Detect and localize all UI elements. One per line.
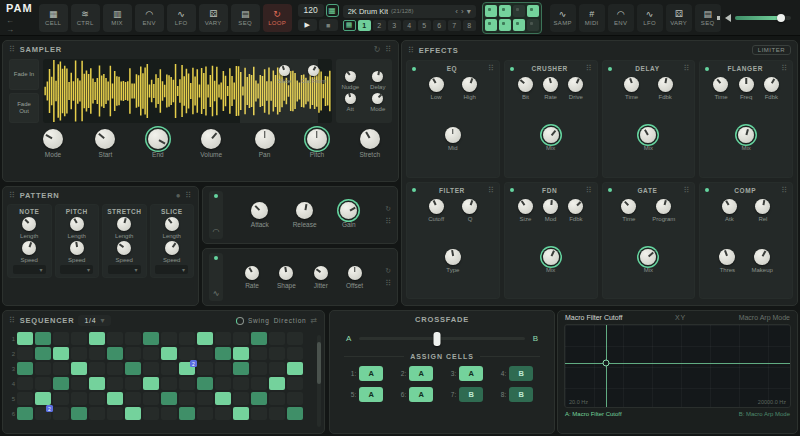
seq-cell-r5c2[interactable] [35, 392, 51, 405]
thres-knob[interactable] [719, 249, 735, 265]
seq-cell-r1c4[interactable] [71, 332, 87, 345]
seq-cell-r2c14[interactable] [251, 347, 267, 360]
seq-cell-r6c13[interactable] [233, 407, 249, 420]
seq-cell-r1c3[interactable] [53, 332, 69, 345]
nav-vary-button[interactable]: ⚄VARY [199, 4, 228, 32]
nav-ctrl-button[interactable]: ≋CTRL [71, 4, 100, 32]
cutoff-knob[interactable] [429, 199, 444, 214]
seq-cell-r2c15[interactable] [269, 347, 285, 360]
seq-cell-r4c15[interactable] [269, 377, 285, 390]
mode-env-button[interactable]: ◠ENV [608, 4, 634, 32]
play-button[interactable]: ▶ [298, 19, 317, 31]
speed-knob[interactable] [165, 241, 179, 255]
seq-cell-r1c10[interactable] [179, 332, 195, 345]
start-knob[interactable] [95, 129, 115, 149]
pattern-note-dropdown[interactable]: ▾ [13, 265, 46, 274]
refresh-icon[interactable]: ↻ [374, 45, 382, 54]
metronome-grid-icon[interactable]: ▦ [326, 4, 339, 17]
seq-cell-r4c4[interactable] [71, 377, 87, 390]
seq-cell-r3c16[interactable] [287, 362, 303, 375]
pad-7[interactable] [513, 19, 525, 31]
fdbk-knob[interactable] [658, 77, 673, 92]
nav-cell-button[interactable]: ▦CELL [39, 4, 68, 32]
seq-cell-r3c1[interactable] [17, 362, 33, 375]
xy-y-macro-label[interactable]: Macro Arp Mode [739, 314, 790, 321]
volume-slider[interactable] [735, 16, 791, 20]
step-6[interactable]: 6 [433, 20, 446, 31]
limiter-button[interactable]: LIMITER [752, 45, 791, 55]
drag-handle-icon[interactable]: ⠿ [9, 45, 16, 54]
mid-knob[interactable] [445, 127, 461, 143]
mode-knob[interactable] [43, 129, 63, 149]
assign-cell-8[interactable]: B [509, 387, 533, 402]
step-lead-icon[interactable]: ▦ [343, 20, 356, 31]
fade-out-button[interactable]: Fade Out [9, 93, 39, 124]
seq-cell-r5c14[interactable] [251, 392, 267, 405]
seq-cell-r3c7[interactable] [125, 362, 141, 375]
drag-handle-icon[interactable]: ⠿ [9, 316, 16, 325]
length-knob[interactable] [70, 217, 84, 231]
seq-cell-r1c6[interactable] [107, 332, 123, 345]
mix-knob[interactable] [543, 127, 559, 143]
seq-cell-r5c4[interactable] [71, 392, 87, 405]
preset-next-icon[interactable]: › [461, 7, 464, 16]
step-5[interactable]: 5 [418, 20, 431, 31]
seq-cell-r5c5[interactable] [89, 392, 105, 405]
seq-cell-r2c4[interactable] [71, 347, 87, 360]
seq-cell-r1c11[interactable] [197, 332, 213, 345]
seq-cell-r3c8[interactable] [143, 362, 159, 375]
mode-knob[interactable] [372, 93, 383, 104]
enable-dot[interactable] [608, 188, 612, 192]
step-7[interactable]: 7 [448, 20, 461, 31]
swing-icon[interactable] [236, 317, 244, 325]
refresh-icon[interactable]: ↻ [385, 205, 391, 213]
drag-handle-icon[interactable]: ⠿ [488, 186, 494, 195]
program-knob[interactable] [656, 199, 671, 214]
bpm-display[interactable]: 120 [298, 4, 324, 17]
seq-cell-r3c13[interactable] [233, 362, 249, 375]
atk-knob[interactable] [722, 199, 737, 214]
seq-cell-r1c16[interactable] [287, 332, 303, 345]
seq-cell-r3c5[interactable] [89, 362, 105, 375]
drag-handle-icon[interactable]: ⠿ [683, 186, 689, 195]
time-knob[interactable] [713, 77, 728, 92]
seq-cell-r5c7[interactable] [125, 392, 141, 405]
enable-dot[interactable] [412, 67, 416, 71]
enable-dot[interactable] [214, 256, 218, 260]
nav-seq-button[interactable]: ▤SEQ [231, 4, 260, 32]
seq-cell-r4c13[interactable] [233, 377, 249, 390]
seq-cell-r6c5[interactable] [89, 407, 105, 420]
rate-knob[interactable] [245, 266, 259, 280]
mode-lfo-button[interactable]: ∿LFO [637, 4, 663, 32]
seq-cell-r6c10[interactable] [179, 407, 195, 420]
seq-cell-r4c10[interactable] [179, 377, 195, 390]
waveform-display[interactable]: SliceCut From [43, 59, 332, 123]
seq-cell-r2c8[interactable] [143, 347, 159, 360]
seq-cell-r6c11[interactable] [197, 407, 213, 420]
type-knob[interactable] [445, 249, 461, 265]
mix-knob[interactable] [543, 249, 559, 265]
high-knob[interactable] [462, 77, 477, 92]
seq-cell-r6c9[interactable] [161, 407, 177, 420]
seq-cell-r6c12[interactable] [215, 407, 231, 420]
seq-cell-r2c12[interactable] [215, 347, 231, 360]
seq-cell-r4c3[interactable] [53, 377, 69, 390]
seq-cell-r4c2[interactable] [35, 377, 51, 390]
seq-cell-r4c11[interactable] [197, 377, 213, 390]
seq-cell-r2c9[interactable] [161, 347, 177, 360]
seq-cell-r5c12[interactable] [215, 392, 231, 405]
assign-cell-5[interactable]: A [359, 387, 383, 402]
fade-in-button[interactable]: Fade In [9, 59, 39, 90]
rate-knob[interactable] [543, 77, 558, 92]
mode-midi-button[interactable]: #MIDI [579, 4, 605, 32]
gain-knob[interactable] [340, 202, 357, 219]
drag-handle-icon[interactable]: ⠿ [408, 46, 415, 55]
seq-cell-r3c15[interactable] [269, 362, 285, 375]
attack-knob[interactable] [251, 202, 268, 219]
pattern-slice-dropdown[interactable]: ▾ [155, 265, 188, 274]
seq-cell-r6c6[interactable] [107, 407, 123, 420]
lfo-tab[interactable]: ∿ [209, 253, 223, 301]
crossfade-thumb[interactable] [434, 332, 441, 346]
seq-cell-r3c10[interactable]: 2 [179, 362, 195, 375]
stop-button[interactable]: ■ [319, 19, 338, 31]
